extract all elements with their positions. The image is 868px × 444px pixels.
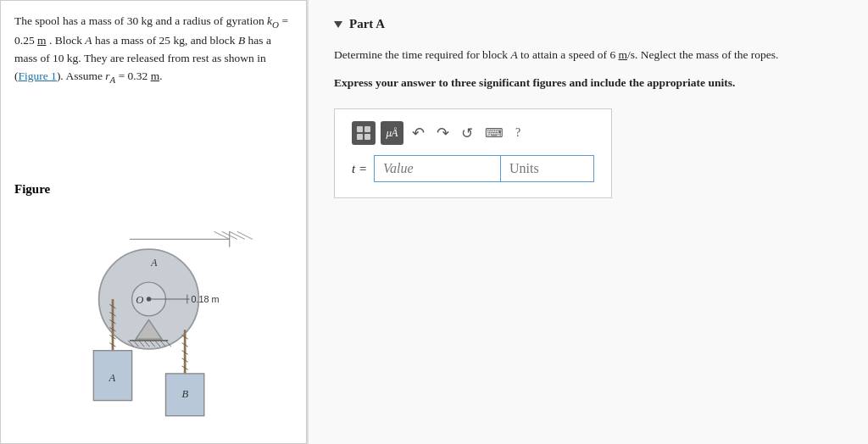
value-input[interactable]: [374, 155, 501, 182]
svg-line-5: [237, 231, 253, 239]
instruction-text: Express your answer to three significant…: [334, 75, 843, 92]
figure-area: O A 0.18 m: [14, 205, 292, 442]
part-a-label: Part A: [349, 17, 385, 31]
answer-box: μÅ ↶ ↷ ↺ ⌨ ? t =: [334, 108, 612, 198]
redo-button[interactable]: ↷: [433, 121, 453, 145]
problem-text: The spool has a mass of 30 kg and a radi…: [14, 13, 292, 86]
svg-line-2: [214, 231, 230, 239]
symbol-button[interactable]: μÅ: [381, 121, 403, 145]
question-text: Determine the time required for block A …: [334, 47, 843, 64]
svg-text:A: A: [108, 372, 115, 384]
collapse-icon[interactable]: [334, 21, 342, 28]
svg-text:B: B: [182, 388, 189, 400]
svg-text:0.18 m: 0.18 m: [191, 293, 219, 303]
figure-label: Figure: [14, 180, 292, 199]
help-button[interactable]: ?: [512, 121, 524, 145]
right-panel: Part A Determine the time required for b…: [307, 0, 868, 444]
toolbar: μÅ ↶ ↷ ↺ ⌨ ?: [352, 121, 594, 145]
figure1-link[interactable]: Figure 1: [19, 69, 57, 82]
svg-text:A: A: [150, 258, 158, 269]
figure-svg: O A 0.18 m: [14, 205, 292, 442]
matrix-button[interactable]: [352, 121, 376, 145]
reset-button[interactable]: ↺: [458, 121, 476, 145]
part-header: Part A: [334, 17, 843, 31]
left-panel: The spool has a mass of 30 kg and a radi…: [0, 0, 307, 444]
svg-line-4: [230, 231, 245, 239]
t-label: t =: [352, 162, 367, 176]
units-input[interactable]: [501, 155, 594, 182]
undo-button[interactable]: ↶: [409, 121, 428, 145]
svg-text:O: O: [136, 293, 143, 305]
keyboard-button[interactable]: ⌨: [481, 121, 507, 145]
input-row: t =: [352, 155, 594, 182]
